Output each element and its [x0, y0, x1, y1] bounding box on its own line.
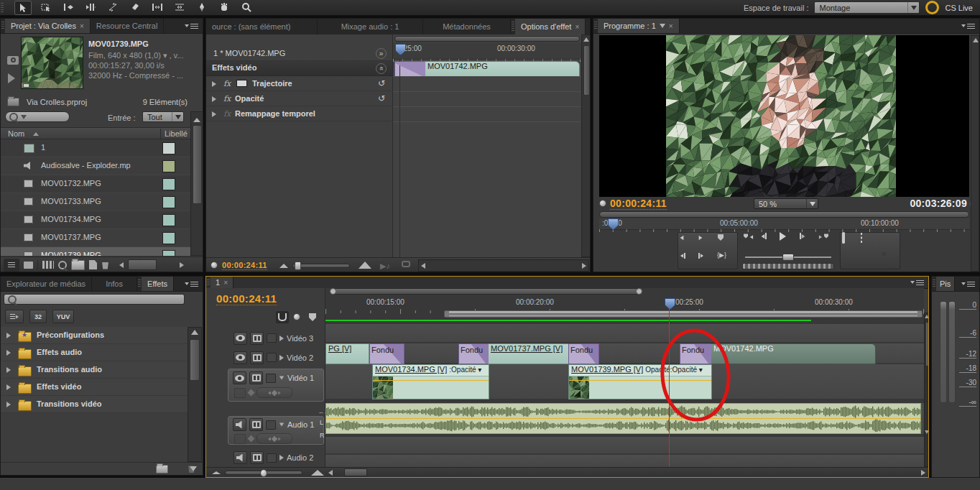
new-custom-bin-button[interactable] [156, 465, 168, 473]
preview-info-line1[interactable]: Film, 640 x 480 (1,0) ▾ , v... [88, 51, 183, 60]
set-display-style-button[interactable] [250, 351, 264, 364]
track-video3-lane[interactable] [325, 324, 924, 342]
cs-live-label[interactable]: CS Live [945, 4, 973, 12]
program-zoom-dropdown[interactable]: 50 % [754, 198, 818, 209]
new-item-button[interactable] [89, 260, 97, 269]
project-list-item[interactable]: Audiosalve - Exploder.mp [1, 157, 190, 175]
list-view-button[interactable] [4, 259, 19, 272]
poster-frame-camera-icon[interactable] [7, 56, 19, 65]
clip-v2-partial[interactable]: PG [V] [325, 343, 369, 364]
step-forward-button[interactable] [800, 232, 817, 248]
ecw-transition[interactable] [394, 61, 426, 77]
output-settings-button[interactable] [879, 234, 898, 251]
project-search-input[interactable] [5, 111, 70, 122]
scroll-right-icon[interactable] [180, 262, 184, 268]
zoom-handle-right[interactable] [636, 288, 642, 295]
zoom-out-icon[interactable] [212, 471, 221, 474]
go-to-next-marker-button[interactable] [698, 234, 717, 251]
loop-button[interactable] [842, 234, 861, 251]
ecw-time-ruler[interactable]: :25:00 00:00:30:00 [393, 42, 582, 60]
expand-track-icon[interactable] [279, 455, 284, 461]
tab-source[interactable]: ource : (sans élément) [206, 19, 318, 34]
show-keyframes-button[interactable] [234, 434, 246, 444]
set-display-style-button[interactable] [249, 371, 263, 384]
expand-icon[interactable] [6, 350, 11, 356]
scroll-left-icon[interactable] [119, 262, 124, 268]
play-audio-icon[interactable]: ▶♪ [380, 262, 390, 271]
effect-row-time-remapping[interactable]: fx Remappage temporel [206, 106, 392, 121]
clip-mov01739[interactable]: MOV01739.MPG [V]Opacité:Opacité ▾ [568, 364, 712, 399]
ecw-vertical-scrollbar[interactable] [581, 34, 591, 257]
rate-stretch-tool-button[interactable] [105, 1, 121, 14]
work-area-handle-left[interactable] [445, 311, 449, 317]
collapse-section-icon[interactable]: » [376, 63, 387, 74]
scrollbar-thumb[interactable] [190, 339, 200, 381]
show-keyframes-button[interactable] [234, 388, 246, 398]
hand-tool-button[interactable] [216, 1, 232, 14]
ecw-playhead[interactable] [395, 44, 406, 55]
play-in-to-out-button[interactable]: {▶} [717, 251, 736, 269]
shuttle-thumb[interactable] [782, 254, 794, 261]
effects-gripper[interactable] [138, 279, 141, 288]
export-frame-button[interactable] [879, 251, 898, 269]
parent-bin-icon[interactable] [7, 98, 19, 106]
close-icon[interactable]: × [80, 22, 84, 30]
zoom-handle-left[interactable] [330, 288, 336, 295]
zoom-in-icon[interactable] [311, 470, 324, 476]
expand-icon[interactable] [6, 333, 11, 338]
program-time-ruler[interactable]: :00:00 00:05:00:00 00:10:00:00 [599, 218, 969, 230]
toggle-track-output-button[interactable] [234, 332, 247, 345]
track-audio2-lane[interactable] [325, 437, 924, 453]
label-chip[interactable] [162, 232, 175, 244]
project-list-item[interactable]: 1 [1, 139, 190, 157]
column-name[interactable]: Nom [8, 129, 24, 138]
expand-icon[interactable] [6, 402, 11, 407]
expand-track-icon[interactable] [279, 355, 284, 361]
ripple-edit-tool-button[interactable] [60, 1, 76, 14]
program-vertical-scrollbar[interactable] [971, 35, 979, 272]
horizontal-scrollbar-thumb[interactable] [128, 259, 157, 270]
expand-icon[interactable] [6, 367, 11, 373]
track-name[interactable]: Audio 2 [287, 453, 313, 462]
tab-program[interactable]: Programme : 1 × [598, 19, 680, 33]
column-label[interactable]: Libellé [165, 129, 188, 138]
tab-audio-meters[interactable]: Pis [936, 277, 955, 291]
tab-metadata[interactable]: Métadonnées [423, 19, 511, 34]
label-chip[interactable] [162, 160, 175, 172]
tab-sequence-1[interactable]: 1× [211, 277, 234, 288]
track-name[interactable]: Vidéo 3 [287, 334, 313, 343]
lift-button[interactable] [842, 251, 861, 269]
transition-fondu-4[interactable]: Fondu [680, 343, 712, 364]
keyframe-nav-buttons[interactable] [256, 433, 292, 444]
transition-fondu-2[interactable]: Fondu [458, 343, 489, 364]
icon-view-button[interactable] [24, 262, 33, 269]
collapse-track-icon[interactable] [279, 423, 284, 427]
filter-dropdown[interactable]: Tout [142, 111, 184, 122]
tab-info[interactable]: Infos [92, 277, 137, 291]
reset-effect-icon[interactable]: ↺ [378, 78, 385, 88]
step-back-button[interactable] [761, 232, 778, 248]
label-chip[interactable] [162, 142, 175, 154]
ecw-zoom-slider[interactable] [292, 264, 350, 268]
panel-menu-icon[interactable] [586, 19, 591, 34]
track-lock-toggle[interactable] [266, 374, 276, 383]
set-display-style-button[interactable] [250, 332, 264, 345]
clip-audio1[interactable] [325, 403, 921, 434]
yuv-filter-button[interactable]: YUV [52, 310, 74, 323]
project-list-item[interactable]: MOV01733.MPG [1, 193, 190, 211]
track-audio3-lane[interactable] [325, 455, 924, 467]
clip-mov01737[interactable]: MOV01737.MPG [V] [488, 343, 570, 364]
safe-margins-button[interactable] [861, 234, 879, 251]
tab-resource-central[interactable]: Resource Central [91, 19, 165, 33]
timeline-gripper[interactable] [207, 279, 210, 285]
set-marker-button[interactable] [717, 234, 736, 251]
opacity-rubber-band[interactable] [373, 380, 489, 381]
ecw-clip[interactable]: MOV01742.MPG [425, 61, 580, 77]
accelerated-effects-filter-button[interactable] [5, 310, 24, 323]
effect-row-opacity[interactable]: fx Opacité ↺ [206, 91, 392, 106]
selection-tool-button[interactable] [14, 1, 32, 15]
project-vertical-scrollbar[interactable] [190, 111, 203, 256]
volume-rubber-band[interactable] [326, 418, 921, 419]
toggle-track-output-button[interactable] [234, 351, 247, 364]
panel-menu-icon[interactable] [180, 277, 203, 291]
